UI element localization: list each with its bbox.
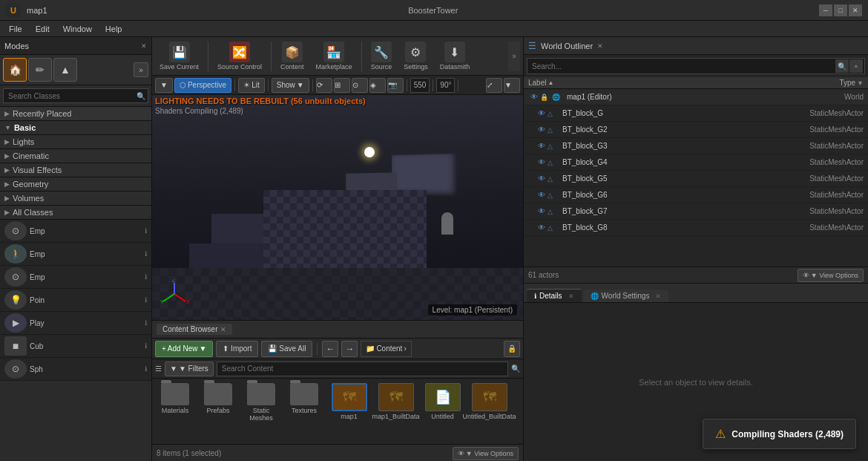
recently-placed-header[interactable]: ▶ Recently Placed <box>0 107 151 121</box>
snap-btn[interactable]: ⊙ <box>352 78 368 93</box>
mode-btn-paint[interactable]: ✏ <box>28 58 52 82</box>
visibility-icon[interactable]: 👁 <box>536 124 548 136</box>
toolbar-content[interactable]: 📦 Content <box>276 40 309 72</box>
list-item[interactable]: ▶ Play ℹ <box>0 312 151 335</box>
menu-edit[interactable]: Edit <box>30 23 56 35</box>
wo-search-input[interactable] <box>527 59 835 73</box>
list-item[interactable]: ■ Cub ℹ <box>0 335 151 358</box>
visibility-icon[interactable]: 👁 <box>536 206 548 218</box>
tab-world-settings[interactable]: 🌐 World Settings ✕ <box>583 290 669 302</box>
asset-map1[interactable]: 🗺 map1 <box>329 383 369 420</box>
toolbar-marketplace[interactable]: 🏪 Marketplace <box>312 40 357 72</box>
details-close-icon[interactable]: ✕ <box>568 292 574 300</box>
filters-button[interactable]: ▼ ▼ Filters <box>165 362 214 376</box>
lit-btn[interactable]: ☀ Lit <box>238 78 265 93</box>
folder-prefabs[interactable]: Prefabs <box>200 383 237 414</box>
menu-file[interactable]: File <box>3 23 28 35</box>
search-classes-input[interactable] <box>3 88 148 103</box>
list-item[interactable]: 💡 Poin ℹ <box>0 289 151 312</box>
visibility-icon[interactable]: 👁 <box>536 189 548 201</box>
visibility-icon[interactable]: 👁 <box>536 140 548 152</box>
asset-untitled[interactable]: 📄 Untitled <box>422 383 463 420</box>
viewport-mode-btn[interactable]: ▼ <box>155 78 173 93</box>
cb-view-options-btn[interactable]: 👁 ▼ View Options <box>453 447 519 460</box>
table-row[interactable]: 👁 △ BT_block_G4 StaticMeshActor <box>524 154 868 171</box>
cb-tab[interactable]: Content Browser ✕ <box>157 324 232 335</box>
table-row[interactable]: 👁 △ BT_block_G5 StaticMeshActor <box>524 171 868 187</box>
tab-details[interactable]: ℹ Details ✕ <box>527 289 582 302</box>
show-btn[interactable]: Show ▼ <box>272 78 309 93</box>
wo-search-button[interactable]: 🔍 <box>835 59 849 73</box>
settings-viewport-btn[interactable]: ▼ <box>504 78 520 93</box>
search-content-input[interactable] <box>217 362 508 376</box>
category-header-geometry[interactable]: ▶ Geometry <box>0 177 151 191</box>
toolbar-save[interactable]: 💾 Save Current <box>155 40 203 72</box>
category-header-all-classes[interactable]: ▶ All Classes <box>0 206 151 219</box>
surface-btn[interactable]: ◈ <box>369 78 386 93</box>
mode-btn-expand[interactable]: » <box>134 62 148 77</box>
category-header-volumes[interactable]: ▶ Volumes <box>0 192 151 205</box>
import-button[interactable]: ⬆ Import <box>216 341 258 357</box>
wo-add-button[interactable]: + <box>849 59 863 73</box>
list-item[interactable]: ⊙ Emp ℹ <box>0 266 151 289</box>
folder-materials[interactable]: Materials <box>157 383 194 414</box>
wo-view-options-button[interactable]: 👁 ▼ View Options <box>798 269 864 282</box>
menu-window[interactable]: Window <box>57 23 98 35</box>
toolbar-settings[interactable]: ⚙ Settings <box>399 40 433 72</box>
visibility-icon[interactable]: 👁 <box>536 173 548 185</box>
folder-textures[interactable]: Textures <box>286 383 323 414</box>
maximize-button[interactable]: □ <box>834 4 847 16</box>
back-button[interactable]: ← <box>322 341 338 357</box>
table-row[interactable]: 👁 △ BT_block_G8 StaticMeshActor <box>524 220 868 236</box>
vp-sep-1 <box>234 79 235 91</box>
add-new-button[interactable]: + Add New ▼ <box>155 341 213 357</box>
toolbar-source-control[interactable]: 🔀 Source Control <box>213 40 266 72</box>
toolbar-datasmith[interactable]: ⬇ Datasmith <box>435 40 475 72</box>
mode-btn-landscape[interactable]: ▲ <box>53 58 77 82</box>
modes-close-icon[interactable]: ✕ <box>141 42 147 50</box>
visibility-icon[interactable]: 👁 <box>536 222 548 234</box>
table-row[interactable]: 👁 △ BT_block_G7 StaticMeshActor <box>524 203 868 220</box>
category-header-visual-effects[interactable]: ▶ Visual Effects <box>0 163 151 177</box>
asset-map1-built-data[interactable]: 🗺 map1_BuiltData <box>375 383 416 420</box>
close-button[interactable]: ✕ <box>849 4 862 16</box>
menu-help[interactable]: Help <box>99 23 128 35</box>
save-all-button[interactable]: 💾 Save All <box>261 341 312 357</box>
mode-btn-place[interactable]: 🏠 <box>3 58 27 82</box>
folder-static-meshes[interactable]: Static Meshes <box>243 383 280 422</box>
forward-button[interactable]: → <box>341 341 358 357</box>
cb-path[interactable]: 📁 Content › <box>361 341 411 357</box>
list-item[interactable]: ⊙ Sph ℹ <box>0 358 151 381</box>
toolbar-expand-button[interactable]: » <box>508 42 520 71</box>
wo-col-label[interactable]: Label ▲ <box>528 79 760 87</box>
lock-button[interactable]: 🔒 <box>504 341 520 357</box>
maximize-viewport-btn[interactable]: ⤢ <box>486 78 502 93</box>
minimize-button[interactable]: ─ <box>819 4 832 16</box>
category-header-cinematic[interactable]: ▶ Cinematic <box>0 149 151 163</box>
visibility-icon[interactable]: 👁 <box>536 157 548 169</box>
folder-materials-icon <box>161 383 189 405</box>
camera-speed-btn[interactable]: 📷 <box>387 78 404 93</box>
table-row[interactable]: 👁 △ BT_block_G6 StaticMeshActor <box>524 187 868 203</box>
wo-close-icon[interactable]: ✕ <box>597 42 603 50</box>
wo-col-type[interactable]: Type ▼ <box>760 79 864 87</box>
perspective-btn[interactable]: ⬡ Perspective <box>174 78 231 93</box>
table-row[interactable]: 👁 △ BT_block_G2 StaticMeshActor <box>524 122 868 138</box>
viewport-3d[interactable]: LIGHTING NEEDS TO BE REBUILT (56 unbuilt… <box>152 95 523 320</box>
category-header-lights[interactable]: ▶ Lights <box>0 135 151 148</box>
cb-items-count: 8 items (1 selected) <box>157 449 221 457</box>
visibility-icon[interactable]: 👁 <box>528 91 540 103</box>
grid-btn[interactable]: ⊞ <box>334 78 350 93</box>
realtime-btn[interactable]: ⟳ <box>316 78 332 93</box>
cb-close-icon[interactable]: ✕ <box>220 326 226 333</box>
table-row[interactable]: 👁 △ BT_block_G3 StaticMeshActor <box>524 138 868 154</box>
category-header-basic[interactable]: ▼ Basic <box>0 121 151 134</box>
asset-untitled-built[interactable]: 🗺 Untitled_BuiltData <box>469 383 510 420</box>
visibility-icon[interactable]: 👁 <box>536 108 548 120</box>
list-item[interactable]: 🚶 Emp ℹ <box>0 243 151 266</box>
world-settings-close-icon[interactable]: ✕ <box>655 292 661 300</box>
list-item[interactable]: ⊙ Emp ℹ <box>0 220 151 243</box>
table-row[interactable]: 👁 △ BT_block_G StaticMeshActor <box>524 105 868 122</box>
toolbar-source[interactable]: 🔧 Source <box>366 40 397 72</box>
table-row[interactable]: 👁 🔒 🌐 map1 (Editor) World <box>524 89 868 105</box>
